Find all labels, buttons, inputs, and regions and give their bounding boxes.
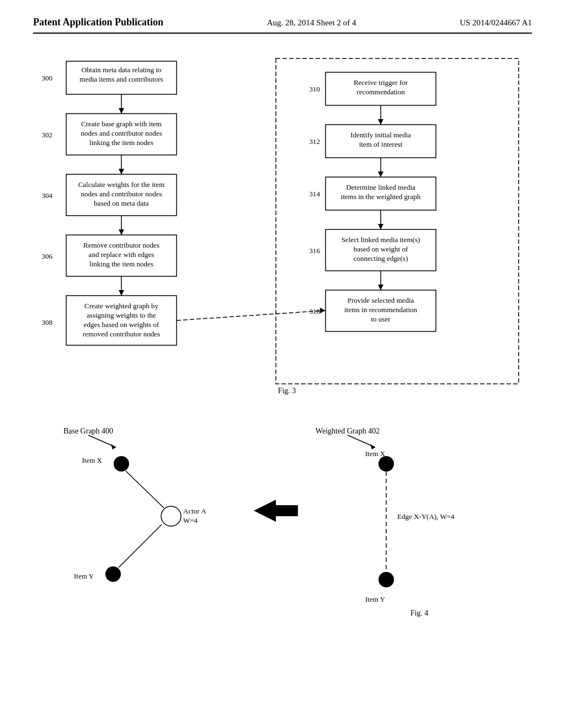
- svg-text:removed contributor nodes: removed contributor nodes: [83, 330, 160, 338]
- svg-text:linking the item nodes: linking the item nodes: [89, 260, 153, 268]
- svg-marker-39: [378, 119, 383, 125]
- svg-text:Calculate weights for the item: Calculate weights for the item: [78, 180, 165, 189]
- svg-marker-58: [378, 285, 383, 290]
- svg-text:media items and contributors: media items and contributors: [79, 75, 163, 83]
- svg-text:Edge X-Y(A), W=4: Edge X-Y(A), W=4: [397, 512, 455, 521]
- svg-point-83: [379, 456, 394, 472]
- flowchart-section: Obtain meta data relating to media items…: [33, 56, 532, 398]
- svg-text:assigning weights to the: assigning weights to the: [87, 311, 156, 319]
- svg-rect-20: [66, 235, 177, 276]
- graph-diagram-svg: Base Graph 400 Weighted Graph 402 Item X…: [33, 420, 532, 629]
- svg-rect-27: [66, 296, 177, 345]
- svg-text:Create base graph with item: Create base graph with item: [81, 120, 162, 128]
- svg-text:314: 314: [310, 190, 321, 198]
- svg-point-85: [379, 572, 394, 587]
- svg-text:linking the item nodes: linking the item nodes: [89, 138, 153, 147]
- svg-text:300: 300: [42, 74, 53, 82]
- svg-text:Provide selected media: Provide selected media: [348, 296, 414, 304]
- svg-text:and replace with edges: and replace with edges: [89, 250, 154, 259]
- page: Patent Application Publication Aug. 28, …: [0, 0, 565, 728]
- svg-text:Remove contributor nodes: Remove contributor nodes: [83, 241, 159, 249]
- svg-text:Item Y: Item Y: [74, 572, 94, 580]
- svg-text:connecting edge(s): connecting edge(s): [354, 254, 408, 263]
- svg-text:Select linked media item(s): Select linked media item(s): [342, 235, 420, 244]
- svg-text:316: 316: [310, 247, 321, 255]
- svg-marker-51: [378, 224, 383, 229]
- svg-text:Item X: Item X: [82, 456, 103, 464]
- svg-text:items in the weighted graph: items in the weighted graph: [341, 192, 421, 201]
- svg-marker-65: [320, 308, 326, 313]
- svg-rect-59: [326, 290, 436, 331]
- svg-text:to user: to user: [371, 315, 391, 323]
- svg-text:Weighted Graph 402: Weighted Graph 402: [316, 427, 380, 435]
- svg-marker-45: [378, 172, 383, 177]
- svg-rect-52: [326, 229, 436, 271]
- graph-diagram-section: Base Graph 400 Weighted Graph 402 Item X…: [33, 420, 532, 629]
- svg-line-80: [126, 471, 164, 508]
- svg-text:edges based on weights of: edges based on weights of: [84, 320, 159, 329]
- svg-text:item of interest: item of interest: [359, 140, 403, 148]
- header-patent-number: US 2014/0244667 A1: [460, 18, 532, 28]
- svg-text:based on weight of: based on weight of: [354, 245, 408, 253]
- svg-line-64: [177, 311, 326, 320]
- svg-text:Actor A: Actor A: [183, 507, 206, 515]
- svg-text:Item X: Item X: [365, 449, 386, 458]
- svg-marker-12: [119, 169, 124, 174]
- svg-rect-40: [326, 125, 436, 158]
- svg-text:Obtain meta data relating to: Obtain meta data relating to: [81, 66, 161, 74]
- svg-text:Item Y: Item Y: [365, 595, 386, 603]
- svg-text:nodes and contributor nodes: nodes and contributor nodes: [81, 129, 162, 137]
- svg-rect-34: [326, 72, 436, 105]
- svg-text:Create weighted graph by: Create weighted graph by: [84, 302, 158, 310]
- svg-text:based on meta data: based on meta data: [94, 199, 148, 207]
- svg-point-73: [114, 456, 129, 472]
- svg-marker-19: [119, 229, 124, 235]
- svg-marker-82: [254, 500, 298, 522]
- svg-text:Determine linked media: Determine linked media: [346, 183, 415, 191]
- svg-point-78: [105, 566, 121, 582]
- svg-text:items in recommendation: items in recommendation: [344, 306, 418, 314]
- svg-text:308: 308: [42, 318, 53, 326]
- svg-line-81: [119, 524, 162, 568]
- svg-text:Receive trigger for: Receive trigger for: [354, 78, 408, 87]
- svg-text:nodes and contributor nodes: nodes and contributor nodes: [81, 190, 162, 198]
- svg-text:Base Graph 400: Base Graph 400: [63, 427, 113, 435]
- svg-text:Fig. 4: Fig. 4: [411, 609, 429, 617]
- svg-rect-6: [66, 114, 177, 155]
- svg-text:306: 306: [42, 252, 53, 260]
- svg-text:310: 310: [310, 85, 321, 93]
- header-date-sheet: Aug. 28, 2014 Sheet 2 of 4: [267, 18, 356, 28]
- svg-text:304: 304: [42, 191, 53, 200]
- svg-text:W=4: W=4: [183, 516, 198, 524]
- svg-marker-26: [119, 290, 124, 296]
- flowchart-svg: Obtain meta data relating to media items…: [33, 56, 532, 398]
- svg-marker-5: [119, 108, 124, 114]
- svg-rect-46: [326, 177, 436, 210]
- svg-text:312: 312: [310, 137, 321, 146]
- svg-text:302: 302: [42, 131, 53, 139]
- svg-text:Fig. 3: Fig. 3: [278, 387, 296, 395]
- header-publication-type: Patent Application Publication: [33, 17, 163, 28]
- svg-point-75: [161, 506, 181, 526]
- svg-text:Identify initial media: Identify initial media: [350, 131, 411, 139]
- svg-text:recommendation: recommendation: [356, 88, 405, 96]
- svg-text:318: 318: [310, 307, 321, 315]
- page-header: Patent Application Publication Aug. 28, …: [33, 17, 532, 34]
- svg-rect-0: [66, 61, 177, 94]
- svg-rect-33: [276, 58, 519, 384]
- svg-rect-13: [66, 174, 177, 216]
